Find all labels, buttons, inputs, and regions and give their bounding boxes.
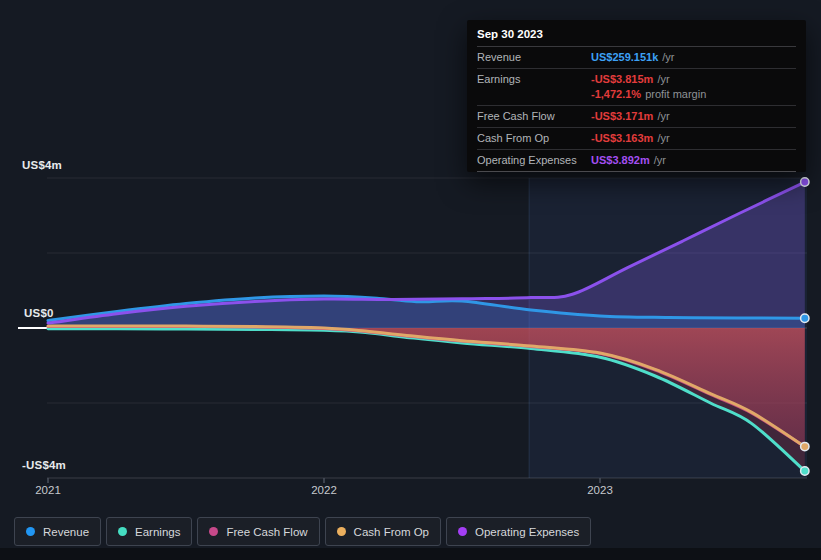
end-marker-operating-expenses bbox=[801, 178, 809, 186]
chart-tooltip: Sep 30 2023 RevenueUS$259.151k/yrEarning… bbox=[467, 20, 806, 172]
legend-label: Free Cash Flow bbox=[226, 526, 307, 538]
legend-label: Revenue bbox=[43, 526, 89, 538]
legend-label: Earnings bbox=[135, 526, 180, 538]
tooltip-row-suffix: /yr bbox=[662, 50, 674, 65]
end-marker-revenue bbox=[801, 314, 809, 322]
tooltip-row-value: US$3.892m bbox=[591, 153, 650, 168]
legend-item-cash-from-op[interactable]: Cash From Op bbox=[325, 517, 441, 546]
legend-color-dot bbox=[209, 527, 218, 536]
legend-item-free-cash-flow[interactable]: Free Cash Flow bbox=[197, 517, 319, 546]
y-axis-label-bottom: -US$4m bbox=[22, 459, 66, 471]
legend-color-dot bbox=[26, 527, 35, 536]
tooltip-rows: RevenueUS$259.151k/yrEarnings-US$3.815m/… bbox=[477, 47, 796, 172]
end-marker-earnings bbox=[801, 467, 809, 475]
tooltip-row-revenue: RevenueUS$259.151k/yr bbox=[477, 47, 796, 69]
y-axis-label-zero: US$0 bbox=[24, 307, 54, 319]
x-axis-label-2022: 2022 bbox=[299, 484, 349, 496]
legend-color-dot bbox=[458, 527, 467, 536]
tooltip-row-value: -US$3.815m bbox=[591, 72, 653, 87]
tooltip-row-suffix: /yr bbox=[654, 153, 666, 168]
tooltip-row-label: Free Cash Flow bbox=[477, 109, 591, 124]
tooltip-row-suffix: profit margin bbox=[645, 87, 706, 102]
bottom-strip bbox=[0, 548, 821, 560]
financial-history-panel: US$4m US$0 -US$4m 202120222023 Sep 30 20… bbox=[0, 0, 821, 560]
legend-item-earnings[interactable]: Earnings bbox=[106, 517, 192, 546]
x-axis-label-2023: 2023 bbox=[575, 484, 625, 496]
tooltip-row-value: -US$3.163m bbox=[591, 131, 653, 146]
tooltip-row-cash-from-op: Cash From Op-US$3.163m/yr bbox=[477, 128, 796, 150]
legend-color-dot bbox=[118, 527, 127, 536]
legend-item-revenue[interactable]: Revenue bbox=[14, 517, 101, 546]
tooltip-row-suffix: /yr bbox=[657, 109, 669, 124]
legend-item-operating-expenses[interactable]: Operating Expenses bbox=[446, 517, 591, 546]
x-axis-label-2021: 2021 bbox=[23, 484, 73, 496]
legend-label: Operating Expenses bbox=[475, 526, 579, 538]
tooltip-row-label: Revenue bbox=[477, 50, 591, 65]
tooltip-row-value: US$259.151k bbox=[591, 50, 658, 65]
tooltip-row-label: Earnings bbox=[477, 72, 591, 87]
tooltip-row-value: -1,472.1% bbox=[591, 87, 641, 102]
tooltip-row-label: Cash From Op bbox=[477, 131, 591, 146]
tooltip-row-earnings: Earnings-US$3.815m/yr-1,472.1%profit mar… bbox=[477, 69, 796, 106]
tooltip-row-label: Operating Expenses bbox=[477, 153, 591, 168]
tooltip-date: Sep 30 2023 bbox=[477, 20, 796, 47]
legend-label: Cash From Op bbox=[354, 526, 429, 538]
tooltip-row-free-cash-flow: Free Cash Flow-US$3.171m/yr bbox=[477, 106, 796, 128]
y-axis-label-top: US$4m bbox=[22, 159, 62, 171]
tooltip-row-suffix: /yr bbox=[657, 72, 669, 87]
tooltip-row-suffix: /yr bbox=[657, 131, 669, 146]
legend-color-dot bbox=[337, 527, 346, 536]
chart-legend: RevenueEarningsFree Cash FlowCash From O… bbox=[14, 517, 591, 546]
end-marker-cash-from-op bbox=[801, 442, 809, 450]
tooltip-row-operating-expenses: Operating ExpensesUS$3.892m/yr bbox=[477, 150, 796, 172]
tooltip-row-value: -US$3.171m bbox=[591, 109, 653, 124]
